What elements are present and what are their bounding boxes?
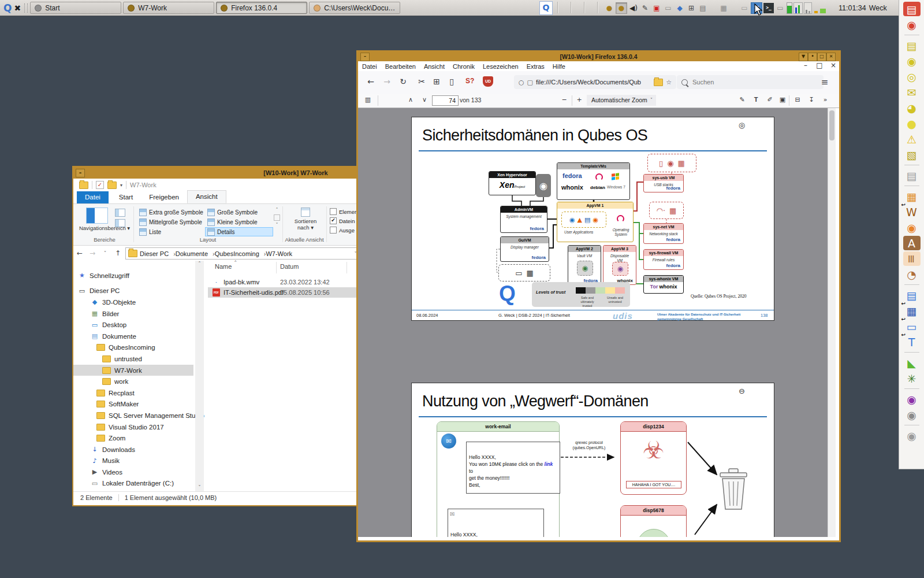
breadcrumb-item[interactable]: W7-Work [266, 250, 297, 257]
ublock-shield-icon[interactable]: UD [483, 76, 493, 87]
usb-device-icon[interactable]: ▭ [663, 3, 673, 13]
net-meter[interactable] [793, 2, 803, 14]
firefox-orange-icon[interactable]: ◉ [903, 220, 921, 235]
amazon-brown-icon[interactable]: A [903, 236, 921, 250]
view-checkbox[interactable]: Ausge [330, 226, 357, 234]
checkbox-icon[interactable] [330, 227, 337, 234]
checkbox-icon[interactable]: ✔ [330, 217, 337, 224]
breadcrumb[interactable]: Dieser PCDokumenteQubesIncomingW7-Work ˅ [125, 247, 360, 260]
tree-item[interactable]: Visual Studio 2017 [73, 421, 193, 433]
layout-option[interactable]: Kleine Symbole [205, 217, 273, 227]
taskbar-window-button[interactable]: W7-Work [123, 2, 214, 14]
tree-item[interactable]: ▤ Dokumente [73, 331, 193, 342]
divider[interactable] [904, 186, 919, 186]
firefox-yellow-icon[interactable]: ◉ [903, 54, 921, 68]
url-bar[interactable]: ○ ▢ file:///C:/Users/Weck/Documents/Qub … [514, 75, 676, 89]
page-number-input[interactable]: 74 [432, 95, 459, 106]
tree-item[interactable]: Recplast [73, 387, 193, 399]
taskbar-window-button[interactable]: Firefox 136.0.4 [216, 2, 307, 14]
pdf-sidebar-toggle-icon[interactable]: ▥ [363, 96, 373, 103]
maximize-button[interactable]: □ [817, 53, 826, 61]
display-red-icon[interactable]: ▣ [651, 3, 662, 13]
terminal-icon[interactable]: >_ [763, 3, 774, 13]
new-folder-icon[interactable] [107, 181, 117, 189]
reload-icon[interactable]: ↻ [397, 77, 409, 86]
firefox-red-icon[interactable]: ◉ [903, 17, 921, 32]
breadcrumb-item[interactable]: Dokumente [176, 250, 215, 257]
warning-yellow-icon[interactable]: ⚠ [903, 132, 921, 146]
menu-item[interactable]: Datei [358, 63, 381, 70]
text-tool-icon[interactable]: T [751, 96, 761, 103]
bookmark-star-icon[interactable]: ☆ [666, 79, 672, 86]
menu-item[interactable]: Hilfe [549, 63, 569, 70]
battery-extension-icon[interactable]: ▯ [446, 77, 457, 86]
tree-item[interactable]: ▭ Desktop [73, 319, 193, 331]
updates-icon[interactable]: ▭ [739, 3, 750, 13]
tree-scrollbar[interactable]: ˄ ˅ [195, 261, 204, 491]
writer-blue-icon[interactable]: T ↩ [903, 335, 921, 349]
layout-option[interactable]: Große Symbole [205, 208, 273, 217]
zoom-select[interactable]: Automatischer Zoom ˅ [587, 95, 656, 106]
tree-item[interactable]: untrusted [73, 353, 193, 365]
qubes-domains-icon[interactable]: ◆ [675, 3, 685, 13]
ribbon-tab[interactable]: Freigeben [141, 191, 187, 203]
breadcrumb-item[interactable]: QubesIncoming [215, 250, 266, 257]
xfce-logo-icon[interactable]: ✖ [14, 3, 21, 13]
highlight-tool-icon[interactable]: ✎ [737, 96, 747, 103]
menu-item[interactable]: Ansicht [420, 63, 449, 70]
tree-item[interactable]: ◆ 3D-Objekte [73, 297, 193, 308]
tree-item[interactable]: SQL Server Management Studio [73, 410, 193, 421]
clipboard-icon[interactable]: ⊞ [686, 3, 696, 13]
files-red-icon[interactable]: ▤ [903, 2, 921, 16]
layout-option[interactable]: Extra große Symbole [137, 208, 205, 217]
writer-orange-icon[interactable]: W ↩ [903, 205, 921, 219]
divider[interactable] [904, 388, 919, 389]
battery-edit-icon[interactable]: ✎ [640, 3, 650, 13]
minimize-button[interactable]: - [76, 169, 85, 177]
minimize-dot-button[interactable]: • [808, 53, 817, 61]
ribbon-tab[interactable]: Datei [77, 191, 109, 203]
close-button[interactable]: ✕ [826, 53, 836, 61]
next-page-icon[interactable]: ∨ [419, 96, 430, 103]
circle-yellow-icon[interactable]: ● [903, 116, 921, 131]
minimize-button[interactable]: – [360, 53, 370, 61]
search-launcher-icon[interactable]: Q [539, 1, 553, 15]
files-yellow-icon[interactable]: ▤ [903, 38, 921, 53]
tree-item[interactable]: ★ Schnellzugriff [73, 270, 193, 281]
script-blocker-icon[interactable]: S? [465, 77, 474, 85]
tree-item[interactable]: ▭ Lokaler Datenträger (C:) [73, 478, 193, 490]
firefox-titlebar[interactable]: – [W10-Work] Firefox 136.0.4 ▼ • □ ✕ [358, 52, 839, 61]
tree-item[interactable]: ▦ Bilder [73, 308, 193, 320]
view-checkbox[interactable]: Elemen [330, 208, 357, 216]
window-minimize-icon[interactable]: – [800, 61, 811, 69]
url-text[interactable]: file:///C:/Users/Weck/Documents/Qub [536, 79, 651, 86]
layout-option[interactable]: Liste [137, 227, 205, 236]
more-tools-icon[interactable]: » [820, 96, 830, 103]
divider[interactable] [904, 284, 919, 285]
menu-item[interactable]: Bearbeiten [381, 63, 420, 70]
ribbon-tab[interactable]: Start [111, 191, 141, 203]
tree-item[interactable]: QubesIncoming [73, 342, 193, 354]
pdf-scrollbar[interactable] [828, 108, 836, 537]
scrollbar-thumb[interactable] [829, 110, 834, 140]
files-gray-icon[interactable]: ▤ [903, 168, 921, 183]
draw-tool-icon[interactable]: ✐ [765, 96, 775, 103]
ribbon-tab[interactable]: Ansicht [187, 190, 226, 203]
layout-option[interactable]: Details [205, 227, 273, 236]
back-icon[interactable]: ← [365, 77, 377, 86]
menu-item[interactable]: Lesezeichen [479, 63, 523, 70]
divider[interactable] [904, 165, 919, 165]
menu-item[interactable]: Chronik [449, 63, 479, 70]
properties-check-icon[interactable]: ✓ [96, 181, 104, 189]
volume-icon[interactable]: ◀) [628, 3, 639, 13]
qubes-menu-icon[interactable]: Q [3, 2, 12, 14]
divider[interactable] [904, 35, 919, 35]
tree-item[interactable]: ▶ Videos [73, 466, 193, 478]
previous-page-icon[interactable]: ∧ [405, 96, 416, 103]
tree-item[interactable]: Zoom [73, 432, 193, 444]
tree-item[interactable]: ↓ Downloads [73, 444, 193, 455]
forward-icon[interactable]: → [381, 77, 393, 86]
menu-hamburger-icon[interactable]: ≡ [819, 77, 830, 87]
divider[interactable] [904, 425, 919, 425]
copy-extension-icon[interactable]: ⊞ [431, 77, 442, 86]
